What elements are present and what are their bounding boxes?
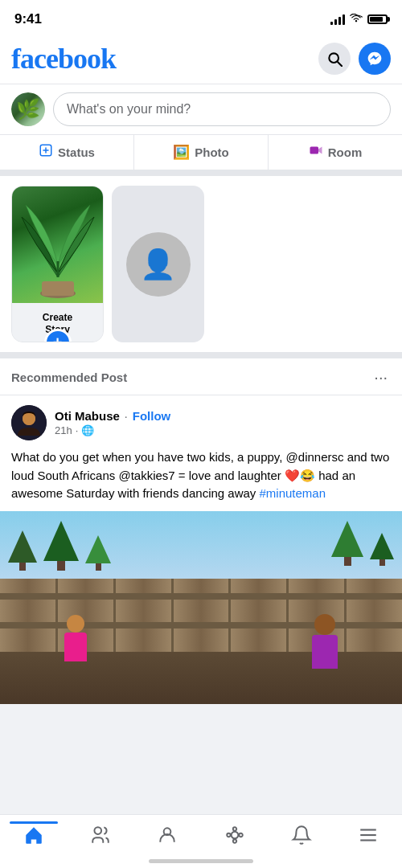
facebook-logo: facebook — [11, 42, 116, 76]
scene-trees — [8, 521, 111, 571]
action-buttons-row: Status 🖼️ Photo Room — [0, 135, 402, 176]
recommended-label: Recommended Post — [11, 371, 127, 384]
photo-button[interactable]: 🖼️ Photo — [134, 135, 269, 170]
scene-ground — [0, 652, 402, 704]
status-icons — [330, 13, 388, 26]
nav-friends[interactable] — [80, 821, 121, 849]
battery-icon — [367, 14, 388, 24]
post-separator: · — [125, 410, 128, 423]
nav-notifications[interactable] — [281, 821, 322, 849]
post-user-info: Oti Mabuse · Follow 21h · 🌐 — [55, 409, 391, 436]
svg-rect-3 — [310, 147, 318, 154]
create-story-card[interactable]: + CreateStory — [11, 186, 104, 342]
room-label: Room — [328, 145, 363, 159]
svg-point-14 — [239, 833, 242, 837]
post: Oti Mabuse · Follow 21h · 🌐 What do you … — [0, 395, 402, 704]
nav-menu[interactable] — [348, 821, 388, 849]
bell-icon — [291, 825, 312, 845]
plant-svg — [18, 189, 98, 301]
more-options-button[interactable]: ··· — [371, 368, 391, 387]
messenger-button[interactable] — [359, 43, 391, 75]
home-icon — [23, 825, 44, 845]
photo-icon: 🖼️ — [173, 144, 190, 161]
search-icon — [326, 51, 343, 67]
svg-point-13 — [227, 833, 230, 837]
stories-section: + CreateStory 👤 — [0, 176, 402, 358]
svg-point-12 — [231, 832, 238, 839]
header-icons — [318, 43, 391, 75]
svg-line-1 — [338, 62, 342, 66]
svg-rect-5 — [42, 281, 74, 296]
signal-icon — [330, 14, 345, 25]
status-bar: 9:41 — [0, 0, 402, 35]
post-dot-2: · — [76, 424, 79, 436]
post-text: What do you get when you have two kids, … — [0, 445, 402, 511]
search-button[interactable] — [318, 43, 351, 75]
messenger-icon — [367, 51, 383, 67]
photo-label: Photo — [195, 145, 229, 159]
svg-point-10 — [94, 827, 101, 834]
post-time: 21h — [55, 424, 72, 436]
status-button[interactable]: Status — [0, 135, 134, 170]
profile-icon — [157, 825, 178, 845]
post-header: Oti Mabuse · Follow 21h · 🌐 — [0, 395, 402, 445]
scene-fence — [0, 579, 402, 652]
svg-point-15 — [232, 827, 236, 830]
post-meta: 21h · 🌐 — [55, 424, 391, 436]
nav-active-indicator — [10, 821, 58, 824]
nav-watch[interactable] — [215, 821, 255, 849]
post-image — [0, 511, 402, 704]
person1 — [64, 615, 87, 661]
wifi-icon — [350, 13, 363, 26]
user-avatar — [11, 92, 45, 126]
post-input[interactable]: What's on your mind? — [53, 92, 391, 126]
post-placeholder: What's on your mind? — [67, 102, 191, 117]
status-time: 9:41 — [14, 11, 42, 27]
svg-point-9 — [23, 412, 35, 425]
menu-icon — [358, 825, 379, 845]
oti-avatar-svg — [11, 405, 47, 440]
friends-icon — [90, 825, 111, 845]
globe-icon: 🌐 — [81, 424, 94, 436]
post-author-name: Oti Mabuse — [55, 409, 120, 423]
status-label: Status — [58, 145, 95, 159]
story-card-2[interactable]: 👤 — [112, 186, 204, 342]
status-icon — [39, 143, 53, 162]
post-user-name-row: Oti Mabuse · Follow — [55, 409, 391, 423]
follow-button[interactable]: Follow — [133, 409, 171, 423]
create-post-bar: What's on your mind? — [0, 84, 402, 135]
post-author-avatar — [11, 405, 47, 440]
home-indicator — [149, 859, 253, 863]
watch-icon — [224, 825, 245, 845]
nav-home[interactable] — [14, 821, 54, 849]
story-plant-image — [12, 186, 103, 303]
story-avatar-2: 👤 — [126, 232, 191, 297]
nav-profile[interactable] — [147, 821, 187, 849]
room-icon — [309, 143, 323, 162]
person2 — [312, 614, 338, 669]
svg-point-16 — [232, 839, 236, 842]
post-hashtag[interactable]: #minuteman — [260, 486, 326, 500]
recommended-header: Recommended Post ··· — [0, 358, 402, 395]
header: facebook — [0, 35, 402, 84]
scene-trees-right — [331, 521, 394, 566]
svg-point-0 — [329, 53, 338, 63]
post-content: What do you get when you have two kids, … — [11, 450, 389, 500]
stories-scroll: + CreateStory 👤 — [11, 186, 391, 342]
room-button[interactable]: Room — [269, 135, 402, 170]
post-image-scene — [0, 511, 402, 704]
